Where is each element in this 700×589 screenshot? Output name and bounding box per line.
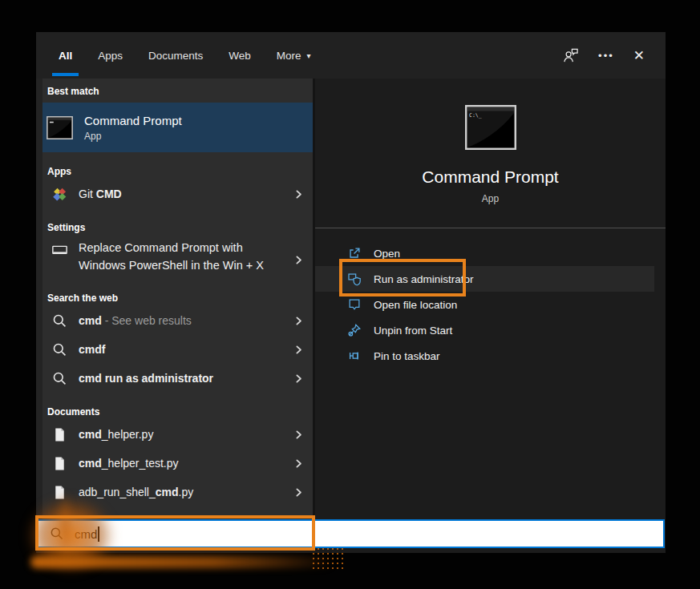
tab-apps[interactable]: Apps [95, 32, 125, 79]
tab-more[interactable]: More▾ [274, 32, 314, 79]
preview-subtitle: App [315, 193, 666, 204]
search-icon [52, 371, 67, 386]
tab-label: All [59, 50, 72, 62]
result-segment: cmd [79, 457, 102, 470]
result-segment: - See web results [102, 314, 192, 327]
preview-divider [315, 228, 666, 228]
tab-bar: AllAppsDocumentsWebMore▾ ••• ✕ [36, 32, 666, 79]
result-segment: cmd [156, 486, 179, 498]
annotation-box-run-as-administrator [339, 259, 466, 297]
search-icon [52, 342, 67, 357]
result-text: cmd run as administrator [79, 372, 213, 385]
section-header: Best match [42, 83, 313, 99]
result-segment: _helper_test.py [102, 457, 179, 470]
result-row[interactable]: cmd run as administrator [42, 364, 313, 393]
result-segment: .py [179, 486, 194, 498]
section-header: Apps [42, 163, 313, 180]
action-label: Unpin from Start [374, 325, 452, 337]
screenshot-canvas: { "tabs": { "arrow_glyph": "▾", "items":… [0, 0, 700, 589]
chevron-right-icon[interactable] [293, 344, 305, 356]
result-row[interactable]: cmd_helper_test.py [42, 449, 313, 478]
result-row[interactable]: adb_run_shell_cmd.py [42, 478, 313, 506]
result-segment: cmdf [79, 343, 105, 356]
result-section: Documentscmd_helper.pycmd_helper_test.py… [42, 404, 313, 506]
result-text: cmd - See web results [79, 314, 192, 327]
chevron-right-icon[interactable] [293, 315, 305, 327]
result-text: adb_run_shell_cmd.py [79, 486, 193, 498]
chevron-right-icon[interactable] [293, 254, 305, 266]
main-split: Best matchCommand PromptAppAppsGit CMDSe… [36, 79, 666, 519]
result-row[interactable]: Replace Command Prompt withWindows Power… [42, 236, 313, 284]
search-icon [52, 313, 67, 329]
section-header: Settings [42, 220, 313, 236]
result-text: Replace Command Prompt withWindows Power… [79, 236, 264, 274]
tab-label: Web [229, 50, 251, 62]
result-section: Best matchCommand PromptApp [42, 83, 313, 152]
result-text: cmd_helper.py [79, 428, 153, 441]
preview-title: Command Prompt [315, 167, 666, 187]
command-prompt-icon: C:\_ [465, 105, 516, 150]
result-row[interactable]: Git CMD [42, 180, 313, 208]
action-label: Open file location [374, 299, 457, 311]
chevron-right-icon[interactable] [293, 486, 305, 498]
display-icon [52, 243, 67, 258]
chevron-right-icon[interactable] [293, 188, 305, 200]
result-segment: CMD [96, 188, 122, 200]
file-location-icon [347, 297, 362, 312]
orange-glow-streak [30, 556, 335, 568]
chevron-right-icon[interactable] [293, 373, 305, 385]
titlebar-icons: ••• ✕ [562, 32, 645, 79]
chevron-right-icon[interactable] [293, 458, 305, 470]
tab-label: Documents [148, 50, 203, 62]
action-pin-to-taskbar[interactable]: Pin to taskbar [315, 343, 666, 369]
result-section: Search the webcmd - See web resultscmdfc… [42, 290, 313, 393]
document-icon [52, 456, 67, 471]
result-section: AppsGit CMD [42, 163, 313, 208]
action-unpin-from-start[interactable]: Unpin from Start [315, 317, 666, 343]
app-preview: C:\_ Command Prompt App [315, 105, 666, 204]
result-row[interactable]: cmd_helper.py [42, 420, 313, 449]
chevron-right-icon[interactable] [293, 429, 305, 441]
tab-documents[interactable]: Documents [146, 32, 205, 79]
document-icon [52, 427, 67, 442]
result-text: Git CMD [79, 188, 122, 200]
annotation-box-search-input [35, 515, 315, 551]
cmd-icon [47, 116, 73, 139]
result-subtitle: App [84, 131, 182, 142]
git-cmd-icon [52, 187, 67, 202]
detail-panel: C:\_ Command Prompt App OpenRun as admin… [315, 79, 666, 519]
result-segment: Git [79, 188, 96, 200]
result-segment: cmd [79, 428, 102, 441]
result-segment: cmd [79, 314, 102, 327]
result-text: Command PromptApp [84, 114, 182, 142]
tab-all[interactable]: All [56, 32, 75, 79]
document-icon [52, 485, 67, 500]
tab-web[interactable]: Web [226, 32, 253, 79]
best-match-result[interactable]: Command PromptApp [42, 103, 313, 152]
result-segment: _helper.py [102, 428, 154, 441]
action-label: Pin to taskbar [374, 350, 440, 362]
result-title: Command Prompt [84, 114, 182, 127]
result-line: Windows PowerShell in the Win + X [79, 256, 264, 274]
close-icon[interactable]: ✕ [633, 47, 645, 64]
ellipsis-icon[interactable]: ••• [598, 50, 614, 62]
result-segment: cmd run as administrator [79, 372, 213, 385]
result-text: cmdf [79, 343, 105, 356]
chevron-down-icon: ▾ [307, 51, 311, 60]
result-row[interactable]: cmd - See web results [42, 306, 313, 335]
result-line: Replace Command Prompt with [79, 239, 264, 256]
tab-label: More [277, 50, 301, 62]
results-list: Best matchCommand PromptAppAppsGit CMDSe… [36, 79, 313, 519]
result-segment: adb_run_shell_ [79, 486, 156, 498]
action-label: Open [374, 248, 400, 260]
feedback-icon[interactable] [562, 47, 579, 63]
tab-label: Apps [98, 50, 123, 62]
result-row[interactable]: cmdf [42, 335, 313, 364]
pin-icon [347, 349, 362, 363]
unpin-icon [347, 323, 362, 337]
svg-text:C:\_: C:\_ [469, 112, 482, 119]
section-header: Search the web [42, 290, 313, 306]
section-header: Documents [42, 404, 313, 420]
result-text: cmd_helper_test.py [79, 457, 179, 470]
result-section: SettingsReplace Command Prompt withWindo… [42, 220, 313, 284]
